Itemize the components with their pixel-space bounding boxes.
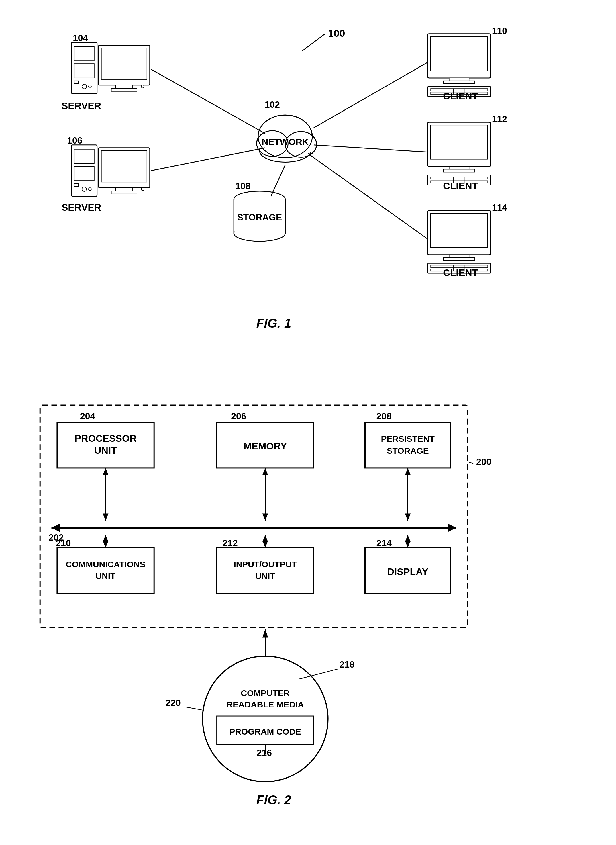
fig1-container: 100 NETWORK 102 xyxy=(23,17,593,361)
svg-rect-20 xyxy=(111,88,137,91)
svg-point-16 xyxy=(88,85,91,88)
client2 xyxy=(428,122,490,185)
label-216: 216 xyxy=(257,748,272,758)
persistent-storage-text-1: PERSISTENT xyxy=(381,434,435,444)
program-code-text: PROGRAM CODE xyxy=(229,727,301,736)
memory-text: MEMORY xyxy=(243,441,287,451)
svg-point-26 xyxy=(82,187,87,191)
storage-label: STORAGE xyxy=(237,212,282,222)
svg-point-21 xyxy=(141,85,144,88)
label-210: 210 xyxy=(56,538,71,548)
fig2-title: FIG. 2 xyxy=(257,793,291,807)
persistent-storage-text-2: STORAGE xyxy=(387,446,429,456)
server1-label: SERVER xyxy=(62,100,101,111)
client1 xyxy=(428,34,490,97)
communications-unit-box xyxy=(57,548,154,593)
storage: STORAGE xyxy=(234,191,285,241)
label-100: 100 xyxy=(328,28,345,39)
svg-point-32 xyxy=(141,188,144,191)
svg-rect-64 xyxy=(443,258,475,260)
io-unit-box xyxy=(217,548,314,593)
label-102: 102 xyxy=(265,100,280,110)
server2 xyxy=(71,145,150,196)
label-212: 212 xyxy=(223,538,238,548)
svg-rect-51 xyxy=(431,125,488,159)
communications-unit-text-2: UNIT xyxy=(96,571,116,581)
fig1-title: FIG. 1 xyxy=(257,316,291,330)
server2-label: SERVER xyxy=(62,202,101,213)
computer-readable-text-1: COMPUTER xyxy=(241,688,290,698)
svg-point-27 xyxy=(88,188,91,191)
svg-rect-42 xyxy=(443,81,475,84)
svg-rect-24 xyxy=(74,166,94,181)
client1-label: CLIENT xyxy=(443,91,478,101)
label-204: 204 xyxy=(80,411,95,421)
network-cloud: NETWORK xyxy=(257,115,317,162)
svg-line-72 xyxy=(151,69,265,134)
svg-rect-31 xyxy=(111,191,137,194)
server1 xyxy=(71,43,150,94)
label-104: 104 xyxy=(73,33,88,43)
client3 xyxy=(428,211,490,273)
display-text: DISPLAY xyxy=(387,566,428,577)
svg-rect-23 xyxy=(74,149,94,164)
svg-rect-12 xyxy=(74,47,94,61)
label-110: 110 xyxy=(492,25,507,36)
svg-rect-13 xyxy=(74,64,94,78)
fig2-container: 200 202 PROCESSOR UNIT 204 MEMOR xyxy=(23,390,593,820)
label-214: 214 xyxy=(377,538,392,548)
network-label: NETWORK xyxy=(262,137,309,147)
svg-rect-40 xyxy=(431,37,488,71)
svg-rect-53 xyxy=(443,169,475,172)
svg-rect-25 xyxy=(74,184,79,186)
label-114: 114 xyxy=(492,202,507,213)
svg-line-78 xyxy=(469,462,473,464)
processor-unit-text-1: PROCESSOR xyxy=(75,433,136,444)
processor-unit-text-2: UNIT xyxy=(94,445,117,456)
svg-line-73 xyxy=(151,148,265,171)
svg-point-15 xyxy=(82,84,87,89)
page: 100 NETWORK 102 xyxy=(0,0,616,845)
svg-line-77 xyxy=(308,154,428,240)
fig1-diagram: 100 NETWORK 102 xyxy=(23,17,593,361)
label-112: 112 xyxy=(492,114,507,124)
client2-label: CLIENT xyxy=(443,180,478,191)
label-218: 218 xyxy=(339,659,354,670)
persistent-storage-box xyxy=(365,422,451,468)
svg-line-0 xyxy=(302,34,325,51)
label-208: 208 xyxy=(377,411,392,421)
svg-line-75 xyxy=(314,62,428,128)
svg-line-74 xyxy=(271,165,285,196)
svg-line-76 xyxy=(314,145,428,152)
label-108: 108 xyxy=(235,181,251,191)
communications-unit-text-1: COMMUNICATIONS xyxy=(66,560,145,569)
svg-rect-62 xyxy=(431,213,488,248)
svg-marker-91 xyxy=(263,629,268,638)
label-200: 200 xyxy=(476,457,491,467)
fig2-diagram: 200 202 PROCESSOR UNIT 204 MEMOR xyxy=(23,390,593,820)
label-106: 106 xyxy=(67,135,82,145)
svg-rect-29 xyxy=(101,151,147,182)
computer-readable-text-2: READABLE MEDIA xyxy=(227,700,304,709)
label-206: 206 xyxy=(231,411,246,421)
svg-rect-14 xyxy=(74,81,79,84)
svg-line-93 xyxy=(185,707,204,710)
svg-rect-18 xyxy=(101,48,147,79)
io-unit-text-1: INPUT/OUTPUT xyxy=(233,560,297,569)
label-220: 220 xyxy=(166,698,181,708)
io-unit-text-2: UNIT xyxy=(255,571,275,581)
client3-label: CLIENT xyxy=(443,267,478,278)
